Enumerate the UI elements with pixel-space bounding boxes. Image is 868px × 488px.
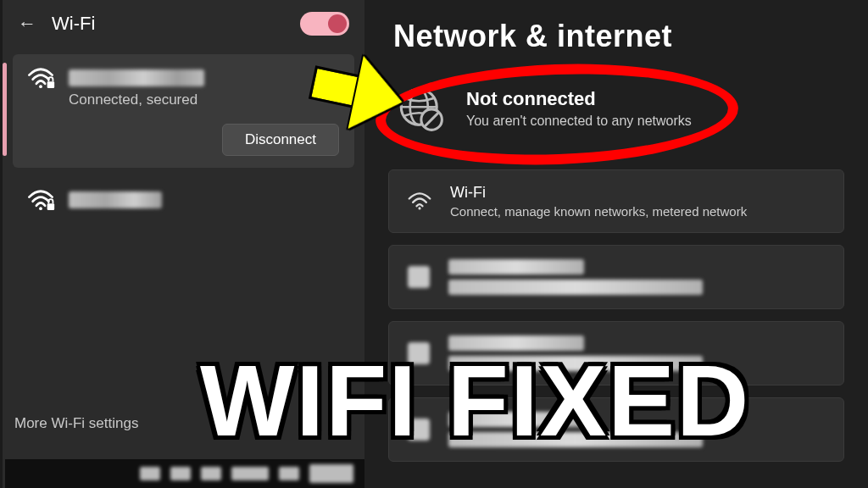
- svg-rect-1: [47, 81, 55, 88]
- tray-item-redacted: [170, 467, 191, 480]
- row-subtitle-redacted: [448, 280, 703, 295]
- wifi-toggle-thumb: [328, 14, 347, 33]
- svg-point-9: [418, 207, 420, 209]
- row-icon-redacted: [408, 266, 430, 288]
- status-title: Not connected: [466, 88, 692, 110]
- network-status-block: Not connected You aren't connected to an…: [388, 76, 844, 158]
- wifi-header: ← Wi-Fi: [3, 0, 364, 47]
- thumbnail-caption: WIFI FIXED: [200, 351, 750, 451]
- available-network-item[interactable]: [13, 180, 354, 220]
- taskbar-tray: [5, 459, 367, 488]
- wifi-toggle[interactable]: [300, 12, 349, 36]
- connected-network-card[interactable]: Connected, secured Disconnect: [13, 54, 354, 168]
- network-row: [26, 66, 341, 90]
- network-name-redacted: [69, 191, 162, 208]
- svg-point-2: [39, 207, 42, 210]
- tray-item-redacted: [140, 467, 160, 480]
- network-status-text: Connected, secured: [69, 92, 341, 108]
- svg-rect-3: [47, 203, 55, 210]
- page-title: Network & internet: [393, 19, 844, 54]
- wifi-icon: [408, 192, 431, 211]
- settings-row-redacted[interactable]: [388, 245, 844, 309]
- tray-item-redacted: [279, 467, 299, 480]
- network-name-redacted: [69, 69, 204, 86]
- settings-row-title: Wi-Fi: [450, 184, 747, 202]
- settings-row-wifi[interactable]: Wi-Fi Connect, manage known networks, me…: [388, 169, 844, 233]
- status-text: Not connected You aren't connected to an…: [466, 88, 692, 129]
- back-icon[interactable]: ←: [18, 13, 36, 35]
- svg-point-0: [39, 85, 42, 88]
- globe-disconnected-icon: [397, 85, 444, 132]
- tray-item-redacted: [201, 467, 221, 480]
- settings-row-subtitle: Connect, manage known networks, metered …: [450, 204, 747, 219]
- wifi-panel-title: Wi-Fi: [52, 13, 95, 35]
- status-subtitle: You aren't connected to any networks: [466, 114, 692, 129]
- tray-item-redacted: [231, 467, 269, 480]
- selected-indicator: [3, 63, 7, 156]
- wifi-secure-icon: [26, 188, 55, 212]
- row-title-redacted: [448, 259, 584, 274]
- more-wifi-settings-link[interactable]: More Wi-Fi settings: [14, 407, 138, 441]
- thumbnail-stage: ← Wi-Fi Connected, secured Disconnec: [0, 0, 868, 488]
- wifi-secure-icon: [26, 66, 55, 90]
- settings-row-text: Wi-Fi Connect, manage known networks, me…: [450, 184, 747, 219]
- disconnect-button[interactable]: Disconnect: [222, 124, 339, 156]
- tray-clock-redacted: [309, 464, 353, 483]
